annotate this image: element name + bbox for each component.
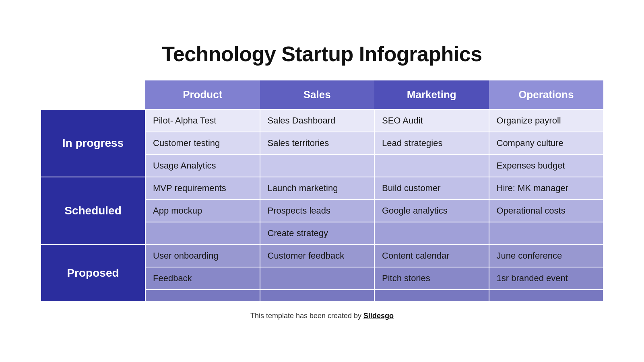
table-cell: Pilot- Alpha Test xyxy=(145,109,260,132)
section-label-scheduled: Scheduled xyxy=(41,177,145,245)
footer-text: This template has been created by xyxy=(250,312,363,320)
table-cell: Sales Dashboard xyxy=(260,109,375,132)
table-cell: Usage Analytics xyxy=(145,154,260,177)
table-body: In progressPilot- Alpha TestSales Dashbo… xyxy=(41,109,603,302)
table-cell: User onboarding xyxy=(145,245,260,267)
table-cell: Expenses budget xyxy=(489,154,604,177)
table-cell: Company culture xyxy=(489,132,604,154)
table-cell: Pitch stories xyxy=(374,267,489,290)
page-wrapper: Technology Startup Infographics Product … xyxy=(40,42,604,320)
table-cell: June conference xyxy=(489,245,604,267)
header-product: Product xyxy=(145,80,260,109)
table-row: ScheduledMVP requirementsLaunch marketin… xyxy=(41,177,603,200)
table-cell: Lead strategies xyxy=(374,132,489,154)
footer-brand: Slidesgo xyxy=(363,312,394,320)
header-marketing: Marketing xyxy=(374,80,489,109)
table-cell xyxy=(489,290,604,302)
table-row: In progressPilot- Alpha TestSales Dashbo… xyxy=(41,109,603,132)
table-cell: MVP requirements xyxy=(145,177,260,200)
header-operations: Operations xyxy=(489,80,604,109)
table-cell: Feedback xyxy=(145,267,260,290)
table-cell xyxy=(374,222,489,245)
table-cell xyxy=(374,290,489,302)
table-cell: Create strategy xyxy=(260,222,375,245)
table-cell: Operational costs xyxy=(489,200,604,222)
header-empty-cell xyxy=(41,80,145,109)
section-label-proposed: Proposed xyxy=(41,245,145,302)
table-row: ProposedUser onboardingCustomer feedback… xyxy=(41,245,603,267)
table-cell xyxy=(260,290,375,302)
table-cell: 1sr branded event xyxy=(489,267,604,290)
table-cell: Prospects leads xyxy=(260,200,375,222)
footer: This template has been created by Slides… xyxy=(250,312,394,320)
table-cell xyxy=(260,267,375,290)
table-cell xyxy=(489,222,604,245)
table-cell: Customer testing xyxy=(145,132,260,154)
table-container: Product Sales Marketing Operations In pr… xyxy=(40,80,604,302)
section-label-in-progress: In progress xyxy=(41,109,145,177)
table-cell xyxy=(260,154,375,177)
table-cell: Customer feedback xyxy=(260,245,375,267)
table-cell: App mockup xyxy=(145,200,260,222)
table-cell xyxy=(145,222,260,245)
table-cell: Google analytics xyxy=(374,200,489,222)
table-header-row: Product Sales Marketing Operations xyxy=(41,80,603,109)
table-cell: Launch marketing xyxy=(260,177,375,200)
table-cell: Hire: MK manager xyxy=(489,177,604,200)
table-cell xyxy=(374,154,489,177)
main-table: Product Sales Marketing Operations In pr… xyxy=(40,80,604,302)
page-title: Technology Startup Infographics xyxy=(162,42,482,66)
table-cell: Content calendar xyxy=(374,245,489,267)
header-sales: Sales xyxy=(260,80,375,109)
table-cell: SEO Audit xyxy=(374,109,489,132)
table-cell: Sales territories xyxy=(260,132,375,154)
table-cell: Build customer xyxy=(374,177,489,200)
table-cell xyxy=(145,290,260,302)
table-cell: Organize payroll xyxy=(489,109,604,132)
